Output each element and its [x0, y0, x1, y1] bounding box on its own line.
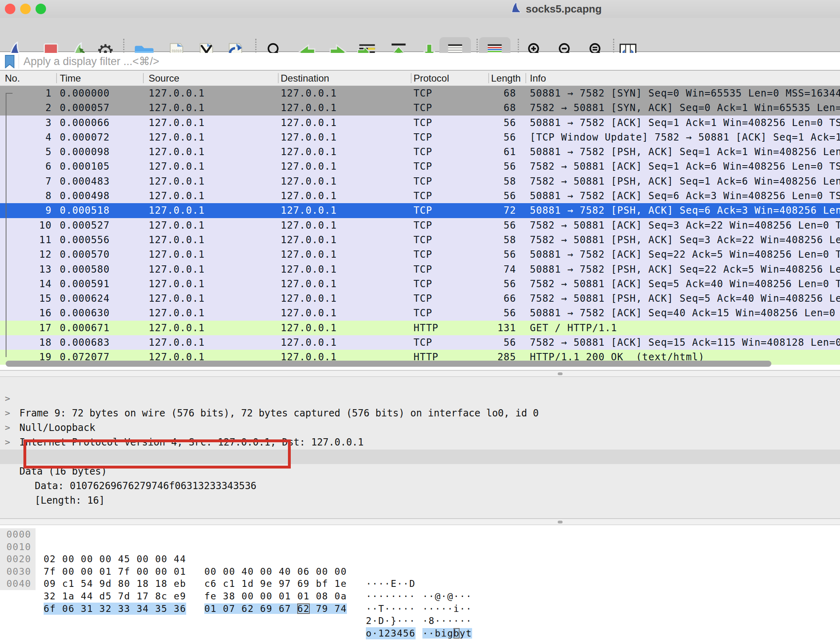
close-window-button[interactable] [5, 4, 15, 14]
wireshark-window: socks5.pcapng ⚙ 010100110101110 [0, 0, 840, 643]
packet-row[interactable]: 5 0.000098 127.0.0.1 127.0.0.1 TCP 61 50… [0, 145, 840, 159]
packet-list-header: No. Time Source Destination Protocol Len… [0, 70, 840, 86]
packet-time: 0.000057 [60, 101, 110, 115]
column-divider[interactable] [525, 73, 526, 83]
detail-line[interactable]: > Frame 9: 72 bytes on wire (576 bits), … [0, 377, 840, 391]
packet-no: 14 [0, 277, 52, 291]
packet-time: 0.000518 [60, 203, 110, 218]
hex-row[interactable]: 0000 02 00 00 00 45 00 00 44 00 00 40 00… [0, 528, 840, 541]
packet-row[interactable]: 15 0.000624 127.0.0.1 127.0.0.1 TCP 66 7… [0, 291, 840, 306]
hex-bytes-group1[interactable]: 32 1a 44 d5 7d 17 8c e9 [44, 590, 186, 603]
packet-time: 0.000671 [60, 321, 110, 335]
packet-row[interactable]: 7 0.000483 127.0.0.1 127.0.0.1 TCP 58 75… [0, 174, 840, 189]
column-divider[interactable] [488, 73, 489, 83]
packet-row[interactable]: 12 0.000570 127.0.0.1 127.0.0.1 TCP 56 5… [0, 247, 840, 262]
packet-row[interactable]: 18 0.000683 127.0.0.1 127.0.0.1 TCP 56 7… [0, 335, 840, 350]
column-header-destination[interactable]: Destination [281, 71, 329, 86]
packet-info: 7582 → 50881 [PSH, ACK] Seq=1 Ack=6 Win=… [530, 174, 840, 189]
packet-protocol: TCP [414, 189, 432, 203]
detail-text: [Length: 16] [35, 493, 105, 508]
packet-time: 0.000683 [60, 335, 110, 350]
packet-length: 56 [464, 218, 516, 233]
packet-source: 127.0.0.1 [149, 174, 205, 189]
packet-protocol: TCP [414, 130, 432, 145]
filter-separator [19, 54, 19, 69]
packet-protocol: TCP [414, 291, 432, 306]
ascii-group2[interactable]: ·8······ [422, 615, 472, 627]
packet-length: 58 [464, 233, 516, 247]
packet-row[interactable]: 6 0.000105 127.0.0.1 127.0.0.1 TCP 56 75… [0, 159, 840, 174]
packet-source: 127.0.0.1 [149, 218, 205, 233]
packet-row[interactable]: 4 0.000072 127.0.0.1 127.0.0.1 TCP 56 [T… [0, 130, 840, 145]
hex-row[interactable]: 0030 32 1a 44 d5 7d 17 8c e9 01 07 62 69… [0, 565, 840, 578]
filter-bookmark-icon[interactable] [4, 55, 15, 68]
packet-time: 0.000066 [60, 116, 110, 130]
packet-time: 0.000570 [60, 247, 110, 262]
packet-time: 0.000591 [60, 277, 110, 291]
column-header-length[interactable]: Length [491, 71, 524, 86]
maximize-window-button[interactable] [36, 4, 46, 14]
column-divider[interactable] [411, 73, 412, 83]
hex-row[interactable]: 0010 7f 00 00 01 7f 00 00 01 c6 c1 1d 9e… [0, 541, 840, 553]
column-divider[interactable] [278, 73, 279, 83]
hex-bytes-group2[interactable]: fe 38 00 00 01 01 08 0a [204, 590, 347, 603]
hex-offset: 0040 [0, 578, 36, 590]
packet-row[interactable]: 11 0.000556 127.0.0.1 127.0.0.1 TCP 58 7… [0, 233, 840, 247]
column-header-info[interactable]: Info [530, 71, 546, 86]
packet-row[interactable]: 13 0.000580 127.0.0.1 127.0.0.1 TCP 74 5… [0, 262, 840, 277]
detail-line[interactable]: > Internet Protocol Version 4, Src: 127.… [0, 406, 840, 420]
display-filter-input[interactable] [23, 53, 824, 70]
ascii-group1[interactable]: ··T····· [366, 603, 416, 615]
packet-row[interactable]: 2 0.000057 127.0.0.1 127.0.0.1 TCP 68 75… [0, 101, 840, 115]
packet-row[interactable]: 17 0.000671 127.0.0.1 127.0.0.1 HTTP 131… [0, 321, 840, 335]
packet-length: 58 [464, 174, 516, 189]
ascii-group1[interactable]: o·123456 [366, 627, 416, 640]
packet-row[interactable]: 10 0.000527 127.0.0.1 127.0.0.1 TCP 56 7… [0, 218, 840, 233]
column-header-time[interactable]: Time [60, 71, 81, 86]
horizontal-scrollbar-thumb[interactable] [6, 361, 771, 367]
ascii-group1[interactable]: ········ [366, 590, 416, 603]
conversation-line [6, 93, 6, 357]
packet-row[interactable]: 9 0.000518 127.0.0.1 127.0.0.1 TCP 72 50… [0, 203, 840, 218]
pane-splitter-top[interactable] [0, 370, 840, 377]
column-divider[interactable] [143, 73, 144, 83]
ascii-group2[interactable]: ··bigbyt [422, 627, 472, 640]
ascii-group2[interactable]: ··@·@··· [422, 590, 472, 603]
packet-destination: 127.0.0.1 [281, 247, 337, 262]
minimize-window-button[interactable] [20, 4, 31, 14]
packet-row[interactable]: 14 0.000591 127.0.0.1 127.0.0.1 TCP 56 7… [0, 277, 840, 291]
packet-source: 127.0.0.1 [149, 306, 205, 320]
packet-row[interactable]: 3 0.000066 127.0.0.1 127.0.0.1 TCP 56 50… [0, 116, 840, 130]
hex-row[interactable]: 0040 6f 06 31 32 33 34 35 36 o·123456 [0, 578, 840, 590]
detail-line[interactable]: > Transmission Control Protocol, Src Por… [0, 420, 840, 435]
packet-info: 50881 → 7582 [ACK] Seq=1 Ack=1 Win=40825… [530, 116, 840, 130]
column-header-no[interactable]: No. [5, 71, 20, 86]
packet-info: 7582 → 50881 [ACK] Seq=15 Ack=115 Win=40… [530, 335, 840, 350]
column-divider[interactable] [56, 73, 57, 83]
packet-protocol: TCP [414, 233, 432, 247]
packet-length: 66 [464, 291, 516, 306]
packet-row[interactable]: 8 0.000498 127.0.0.1 127.0.0.1 TCP 56 50… [0, 189, 840, 203]
ascii-group2[interactable]: ·····i·· [422, 603, 472, 615]
hex-bytes-group1[interactable]: 6f 06 31 32 33 34 35 36 [44, 603, 186, 615]
pane-splitter-bottom[interactable] [0, 518, 840, 525]
splitter-handle-icon [558, 521, 563, 523]
hex-row[interactable]: 0020 09 c1 54 9d 80 18 18 eb fe 38 00 00… [0, 553, 840, 565]
packet-time: 0.000483 [60, 174, 110, 189]
hex-offset: 0000 [0, 528, 36, 541]
packet-destination: 127.0.0.1 [281, 174, 337, 189]
packet-destination: 127.0.0.1 [281, 291, 337, 306]
column-header-source[interactable]: Source [149, 71, 179, 86]
packet-info: GET / HTTP/1.1 [530, 321, 840, 335]
detail-line[interactable]: > Null/Loopback [0, 391, 840, 406]
packet-list: 1 0.000000 127.0.0.1 127.0.0.1 TCP 68 50… [0, 86, 840, 370]
packet-source: 127.0.0.1 [149, 189, 205, 203]
ascii-group1[interactable]: 2·D·}··· [366, 615, 416, 627]
packet-time: 0.000105 [60, 159, 110, 174]
hex-bytes-group2[interactable]: 01 07 62 69 67 62 79 74 [204, 603, 347, 615]
column-header-protocol[interactable]: Protocol [414, 71, 449, 86]
packet-row[interactable]: 1 0.000000 127.0.0.1 127.0.0.1 TCP 68 50… [0, 86, 840, 101]
packet-row[interactable]: 16 0.000630 127.0.0.1 127.0.0.1 TCP 56 5… [0, 306, 840, 320]
packet-time: 0.000556 [60, 233, 110, 247]
packet-destination: 127.0.0.1 [281, 159, 337, 174]
